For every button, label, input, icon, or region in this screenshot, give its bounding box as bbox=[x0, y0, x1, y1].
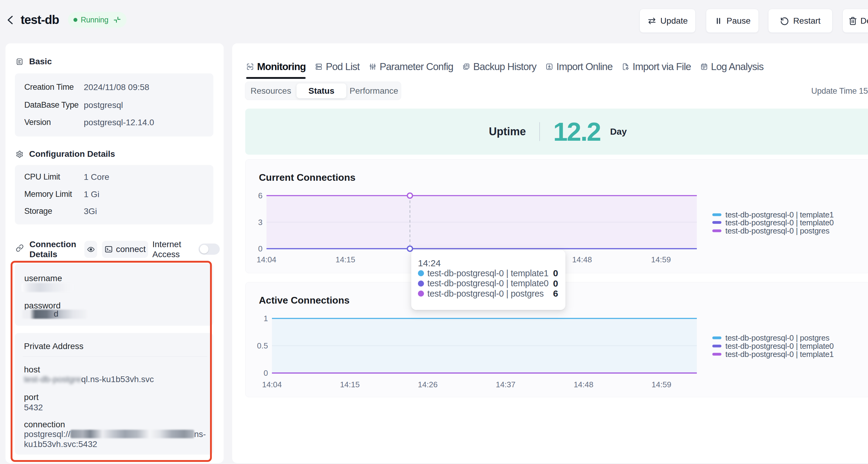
update-button-label: Update bbox=[660, 16, 688, 26]
legend-label: test-db-postgresql-0 | postgres bbox=[725, 226, 830, 235]
row-label: Version bbox=[24, 118, 51, 127]
import-online-icon bbox=[546, 63, 553, 71]
pause-button[interactable]: Pause bbox=[706, 9, 759, 33]
connect-button[interactable]: connect bbox=[102, 241, 148, 258]
uptime-value: 12.2 bbox=[553, 117, 600, 147]
hover-marker bbox=[407, 246, 412, 252]
row-value: 1 Gi bbox=[84, 190, 99, 199]
x-tick-label: 14:26 bbox=[418, 380, 438, 389]
internet-access-label: InternetAccess bbox=[152, 239, 181, 259]
tab-label: Backup History bbox=[473, 61, 536, 72]
username-redacted-value bbox=[22, 283, 74, 292]
tab-import-via-file[interactable]: Import via File bbox=[622, 61, 691, 72]
legend-swatch bbox=[712, 337, 721, 339]
port-value: 5432 bbox=[24, 402, 43, 412]
connection-label: connection bbox=[24, 420, 65, 429]
main-card: Monitoring Pod List Parameter Config Bac… bbox=[232, 43, 868, 463]
show-password-button[interactable] bbox=[84, 241, 97, 258]
page-title: test-db bbox=[21, 12, 59, 28]
y-tick-label: 3 bbox=[258, 218, 262, 227]
username-label: username bbox=[24, 273, 62, 283]
subtab-performance[interactable]: Performance bbox=[346, 82, 402, 100]
update-button[interactable]: Update bbox=[640, 9, 695, 33]
tooltip-series-value: 0 bbox=[553, 278, 558, 289]
row-value: postgresql-12.14.0 bbox=[84, 118, 154, 127]
tab-backup-history[interactable]: Backup History bbox=[462, 61, 536, 72]
terminal-icon bbox=[104, 245, 113, 254]
chart-tooltip: 14:24 test-db-postgresql-0 | template10t… bbox=[411, 250, 565, 310]
x-tick-label: 14:48 bbox=[574, 380, 593, 389]
tooltip-row: test-db-postgresql-0 | postgres6 bbox=[418, 289, 559, 298]
row-label: Storage bbox=[24, 206, 52, 216]
log-analysis-icon bbox=[700, 63, 708, 71]
legend-swatch bbox=[712, 221, 721, 224]
basic-section-header: Basic bbox=[16, 57, 52, 66]
tab-monitoring[interactable]: Monitoring bbox=[246, 61, 306, 72]
toggle-knob bbox=[200, 245, 209, 254]
restart-button-label: Restart bbox=[793, 16, 820, 26]
internet-access-toggle[interactable] bbox=[198, 243, 220, 255]
tooltip-series-dot bbox=[418, 280, 424, 287]
update-icon bbox=[647, 16, 656, 26]
status-badge[interactable]: Running bbox=[68, 12, 127, 28]
tab-pod-list[interactable]: Pod List bbox=[315, 61, 359, 72]
tooltip-series-dot bbox=[418, 291, 424, 297]
parameter-config-icon bbox=[369, 63, 377, 71]
legend-swatch bbox=[712, 213, 721, 216]
connection-value-line1: postgresql://ns- bbox=[24, 429, 206, 439]
tooltip-series-dot bbox=[418, 270, 424, 276]
trash-icon bbox=[848, 16, 857, 26]
connect-button-label: connect bbox=[116, 244, 146, 254]
connection-section-header: ConnectionDetails bbox=[16, 239, 76, 259]
tab-label: Monitoring bbox=[257, 61, 306, 72]
tab-bar: Monitoring Pod List Parameter Config Bac… bbox=[246, 60, 764, 73]
pause-icon bbox=[714, 17, 723, 25]
tab-parameter-config[interactable]: Parameter Config bbox=[369, 61, 454, 72]
row-value: postgresql bbox=[84, 100, 123, 110]
backup-history-icon bbox=[462, 63, 470, 71]
tooltip-series-name: test-db-postgresql-0 | template1 bbox=[427, 268, 549, 278]
tooltip-series-name: test-db-postgresql-0 | postgres bbox=[427, 289, 544, 299]
monitoring-icon bbox=[246, 63, 254, 71]
pause-button-label: Pause bbox=[726, 16, 750, 26]
config-section-title: Configuration Details bbox=[29, 149, 115, 159]
connection-section-title: ConnectionDetails bbox=[29, 239, 76, 259]
series-area bbox=[267, 196, 697, 249]
y-tick-label: 0 bbox=[258, 244, 262, 253]
subtab-resources[interactable]: Resources bbox=[245, 82, 297, 100]
status-pulse-icon bbox=[113, 16, 121, 24]
private-address-box: Private Address host test-db-postgreql.n… bbox=[15, 333, 213, 455]
subtab-group: Resources Status Performance bbox=[245, 81, 401, 100]
restart-button[interactable]: Restart bbox=[768, 9, 833, 33]
x-tick-label: 14:48 bbox=[572, 255, 592, 264]
tooltip-series-value: 6 bbox=[553, 289, 558, 299]
x-tick-label: 14:59 bbox=[651, 255, 671, 264]
tab-log-analysis[interactable]: Log Analysis bbox=[700, 61, 764, 72]
row-label: CPU Limit bbox=[24, 172, 60, 181]
divider bbox=[23, 356, 207, 357]
series-area bbox=[272, 319, 697, 373]
back-button[interactable] bbox=[4, 13, 17, 27]
legend-swatch bbox=[712, 230, 721, 232]
tab-import-online[interactable]: Import Online bbox=[546, 61, 613, 72]
hover-marker bbox=[407, 193, 412, 198]
tooltip-series-value: 0 bbox=[553, 268, 558, 278]
basic-section-title: Basic bbox=[29, 57, 52, 66]
subtab-status[interactable]: Status bbox=[297, 84, 346, 98]
pod-list-icon bbox=[315, 63, 322, 71]
row-value: 2024/11/08 09:58 bbox=[84, 82, 149, 92]
delete-button-label: Del bbox=[860, 16, 868, 26]
delete-button[interactable]: Del bbox=[842, 9, 868, 33]
basic-info-box: Creation Time 2024/11/08 09:58 DataBase … bbox=[15, 73, 213, 136]
host-value: test-db-postgreql.ns-ku1b53vh.svc bbox=[24, 374, 154, 384]
tab-label: Pod List bbox=[326, 61, 359, 72]
gear-icon bbox=[16, 151, 23, 158]
x-tick-label: 14:37 bbox=[496, 380, 515, 389]
restart-icon bbox=[780, 16, 789, 26]
uptime-banner: Uptime 12.2 Day bbox=[245, 108, 868, 155]
legend-label: test-db-postgresql-0 | template1 bbox=[725, 350, 834, 359]
y-tick-label: 6 bbox=[258, 191, 262, 200]
connection-value-line2: ku1b53vh.svc:5432 bbox=[24, 439, 97, 449]
x-tick-label: 14:15 bbox=[340, 380, 360, 389]
sidebar-card: Basic Creation Time 2024/11/08 09:58 Dat… bbox=[5, 43, 224, 463]
